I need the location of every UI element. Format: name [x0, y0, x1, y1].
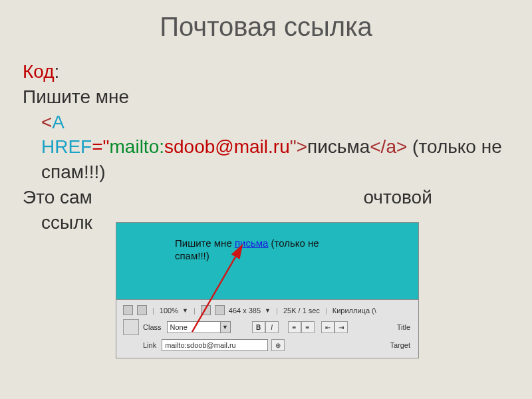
- link-input[interactable]: mailto:sdoob@mail.ru: [162, 339, 268, 351]
- link-text: письма: [307, 136, 370, 157]
- size-value: 25K / 1 sec: [283, 307, 320, 315]
- list-button[interactable]: ≡: [288, 321, 301, 333]
- close-quote-gt: ">: [290, 136, 307, 157]
- tool-icon[interactable]: [123, 305, 133, 315]
- indent-button[interactable]: ⇥: [334, 321, 348, 333]
- slide-title: Почтовая ссылка: [0, 0, 532, 59]
- line3b: очтовой: [363, 187, 432, 207]
- code-label: Код: [23, 61, 55, 82]
- attr-href: HREF: [41, 136, 92, 157]
- class-label: Class: [143, 323, 162, 331]
- colon: :: [55, 61, 60, 82]
- preview-screenshot: Пишите мне письма (только не спам!!!) | …: [116, 222, 419, 358]
- preview-pre: Пишите мне: [175, 237, 235, 249]
- tag-a: A: [52, 112, 65, 132]
- line3a: Это сам: [23, 187, 92, 207]
- target-label: Target: [390, 341, 410, 349]
- class-select[interactable]: None ▼: [167, 321, 231, 333]
- preview-post2: спам!!!): [175, 250, 209, 261]
- tool-icon[interactable]: [215, 305, 225, 315]
- tool-icon[interactable]: [137, 305, 147, 315]
- link-label: Link: [143, 341, 156, 349]
- dims-value: 464 x 385: [229, 307, 261, 315]
- email-value: sdoob@mail.ru: [164, 136, 290, 157]
- list-button[interactable]: ≡: [301, 321, 315, 333]
- tool-icon[interactable]: [201, 305, 211, 315]
- encoding-value: Кириллица (\: [332, 307, 376, 315]
- code-line-1: Пишите мне: [23, 84, 512, 110]
- mailto-scheme: mailto:: [110, 136, 164, 157]
- link-picker-button[interactable]: ⊕: [271, 339, 285, 351]
- editor-panel: | 100% ▼ | 464 x 385 ▼ | 25K / 1 sec | К…: [116, 300, 419, 358]
- close-a: </a>: [370, 136, 407, 157]
- preview-post1: (только не: [268, 237, 319, 249]
- preview-link[interactable]: письма: [235, 237, 268, 249]
- lt: <: [41, 112, 52, 132]
- zoom-value: 100%: [160, 307, 178, 315]
- bold-button[interactable]: B: [252, 321, 265, 333]
- indent-button[interactable]: ⇤: [321, 321, 334, 333]
- slide-content: Код: Пишите мне <A HREF="mailto:sdoob@ma…: [0, 59, 532, 235]
- element-icon: [123, 319, 139, 335]
- italic-button[interactable]: I: [265, 321, 279, 333]
- eq-quote: =": [92, 136, 109, 157]
- title-label: Title: [397, 323, 410, 331]
